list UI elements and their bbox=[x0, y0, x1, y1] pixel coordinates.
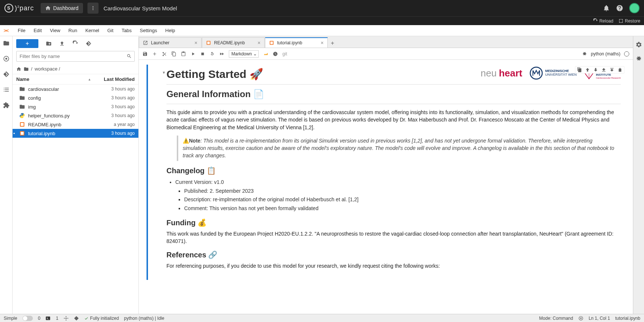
reload-button[interactable]: Reload bbox=[593, 18, 613, 24]
render-icon[interactable] bbox=[263, 51, 268, 56]
debug-panel-icon[interactable] bbox=[636, 55, 642, 62]
save-icon[interactable] bbox=[142, 51, 148, 56]
menu-git[interactable]: Git bbox=[104, 26, 117, 35]
menu-tabs[interactable]: Tabs bbox=[118, 26, 135, 35]
user-avatar[interactable] bbox=[629, 3, 640, 13]
sparc-logo: S)2parc bbox=[4, 4, 34, 13]
file-row[interactable]: img3 hours ago bbox=[13, 102, 138, 111]
svg-point-1 bbox=[92, 8, 93, 8]
close-icon[interactable]: × bbox=[194, 40, 197, 46]
jupyter-icon bbox=[2, 27, 10, 35]
extensions-icon[interactable] bbox=[3, 102, 10, 109]
file-row[interactable]: config3 hours ago bbox=[13, 93, 138, 102]
project-title: Cardiovascular System Model bbox=[104, 5, 177, 11]
insert-below-icon[interactable] bbox=[609, 67, 614, 72]
move-down-icon[interactable] bbox=[593, 67, 598, 72]
running-icon[interactable] bbox=[3, 55, 10, 62]
search-icon bbox=[127, 54, 132, 59]
file-name: img bbox=[28, 104, 94, 110]
svg-point-21 bbox=[64, 318, 65, 318]
restore-button[interactable]: Restore bbox=[619, 18, 640, 24]
bell-icon[interactable] bbox=[603, 4, 610, 12]
svg-point-3 bbox=[3, 27, 10, 34]
tab-bar: Launcher× README.ipynb× tutorial.ipynb× … bbox=[139, 36, 633, 48]
run-icon[interactable] bbox=[190, 51, 196, 56]
menu-file[interactable]: File bbox=[14, 26, 29, 35]
cursor-position[interactable]: Ln 1, Col 1 bbox=[589, 316, 610, 321]
sub-header: Reload Restore bbox=[0, 16, 644, 25]
file-row[interactable]: tutorial.ipynb3 hours ago bbox=[13, 129, 138, 138]
file-filter-input[interactable] bbox=[16, 51, 135, 62]
copy-icon[interactable] bbox=[171, 51, 176, 56]
help-icon[interactable] bbox=[616, 4, 623, 12]
simple-toggle[interactable] bbox=[23, 316, 33, 321]
upload-icon[interactable] bbox=[59, 41, 65, 47]
close-icon[interactable]: × bbox=[258, 40, 261, 46]
dashboard-button[interactable]: Dashboard bbox=[41, 3, 83, 13]
tab-launcher[interactable]: Launcher× bbox=[139, 37, 202, 48]
cell-type-select[interactable]: Markdown bbox=[229, 50, 259, 58]
close-icon[interactable]: × bbox=[321, 40, 324, 46]
python-icon bbox=[19, 113, 25, 119]
folder-icon bbox=[19, 86, 25, 92]
add-cell-icon[interactable] bbox=[152, 51, 157, 56]
tab-tutorial[interactable]: tutorial.ipynb× bbox=[265, 37, 328, 48]
file-name: helper_functions.py bbox=[28, 113, 94, 119]
file-row[interactable]: helper_functions.py3 hours ago bbox=[13, 111, 138, 120]
tab-readme[interactable]: README.ipynb× bbox=[202, 37, 265, 48]
lsp-status[interactable]: Fully initialized bbox=[84, 316, 119, 321]
menu-help[interactable]: Help bbox=[162, 26, 179, 35]
git-icon[interactable] bbox=[3, 71, 10, 78]
git-tool-icon[interactable] bbox=[86, 41, 92, 47]
menu-settings[interactable]: Settings bbox=[136, 26, 161, 35]
status-zero: 0 bbox=[38, 316, 41, 321]
duplicate-icon[interactable] bbox=[577, 67, 582, 72]
new-tab-button[interactable]: + bbox=[328, 39, 337, 48]
stop-icon[interactable] bbox=[200, 51, 205, 56]
menu-kernel[interactable]: Kernel bbox=[82, 26, 103, 35]
intro-paragraph: This guide aims to provide you with a pr… bbox=[166, 109, 621, 131]
file-modified: 3 hours ago bbox=[94, 113, 135, 118]
delete-icon[interactable] bbox=[617, 67, 623, 72]
clock-icon[interactable] bbox=[273, 51, 278, 56]
toc-icon[interactable] bbox=[3, 86, 10, 93]
new-launcher-button[interactable]: + bbox=[16, 39, 38, 48]
new-folder-icon[interactable] bbox=[46, 41, 52, 47]
h3-funding: Funding 💰 bbox=[166, 218, 621, 227]
file-browser: + /workspace / Name ▲ Last Modified card… bbox=[13, 36, 139, 314]
file-modified: 3 hours ago bbox=[94, 131, 135, 136]
property-inspector-icon[interactable] bbox=[636, 41, 642, 48]
refresh-icon[interactable] bbox=[72, 41, 78, 47]
file-row[interactable]: README.ipynba year ago bbox=[13, 120, 138, 129]
h3-references: References 🔗 bbox=[166, 250, 621, 259]
current-file[interactable]: tutorial.ipynb bbox=[615, 316, 640, 321]
notebook-content[interactable]: ▼ Getting Started 🚀 neuheart bbox=[139, 60, 633, 314]
run-all-icon[interactable] bbox=[219, 51, 224, 56]
kernel-sessions-icon[interactable] bbox=[63, 316, 69, 321]
bug-icon[interactable] bbox=[582, 51, 587, 56]
file-row[interactable]: cardiovascular3 hours ago bbox=[13, 85, 138, 93]
kernel-status-text[interactable]: python (maths) | Idle bbox=[124, 316, 164, 321]
markdown-cell[interactable]: ▼ Getting Started 🚀 neuheart bbox=[144, 64, 628, 280]
insert-above-icon[interactable] bbox=[601, 67, 606, 72]
kernel-status-icon[interactable] bbox=[624, 51, 629, 56]
terminal-icon[interactable]: $_ bbox=[45, 316, 51, 321]
collapse-icon[interactable]: ▼ bbox=[162, 71, 166, 75]
app-menu-button[interactable] bbox=[87, 3, 99, 14]
git-status-icon[interactable] bbox=[74, 316, 79, 321]
file-list-header[interactable]: Name ▲ Last Modified bbox=[13, 74, 138, 85]
breadcrumb[interactable]: /workspace / bbox=[13, 65, 138, 74]
menu-edit[interactable]: Edit bbox=[30, 26, 45, 35]
cut-icon[interactable] bbox=[162, 51, 167, 56]
notification-status-icon[interactable] bbox=[578, 316, 583, 321]
folder-icon[interactable] bbox=[3, 40, 10, 47]
svg-point-20 bbox=[66, 319, 66, 320]
menu-run[interactable]: Run bbox=[65, 26, 81, 35]
kernel-name[interactable]: python (maths) bbox=[591, 51, 620, 56]
funding-paragraph: This work was funded by the European Pro… bbox=[166, 230, 621, 245]
restart-icon[interactable] bbox=[210, 51, 215, 56]
mode-indicator: Mode: Command bbox=[539, 316, 573, 321]
move-up-icon[interactable] bbox=[585, 67, 590, 72]
menu-view[interactable]: View bbox=[46, 26, 64, 35]
paste-icon[interactable] bbox=[181, 51, 186, 56]
